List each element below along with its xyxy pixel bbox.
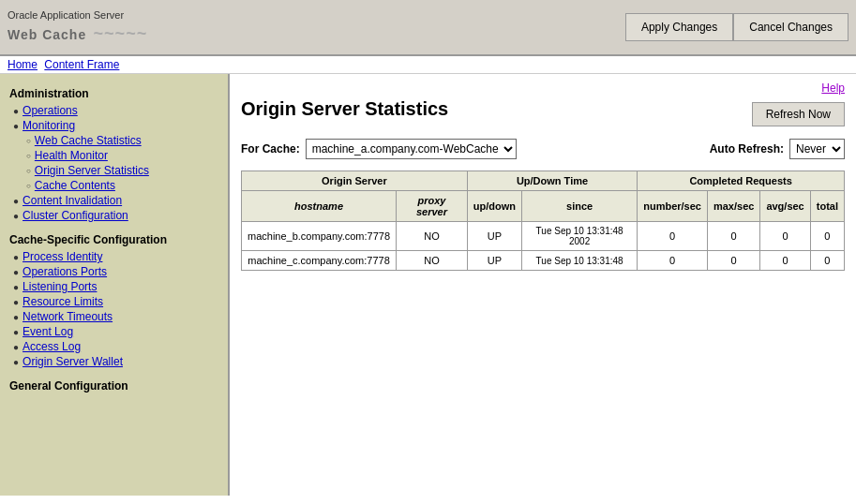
sub-avg-sec: avg/sec	[760, 191, 810, 222]
sidebar-item-listening-ports: ● Listening Ports	[13, 280, 224, 293]
cell-total: 0	[810, 222, 844, 251]
sidebar-item-operations-ports: ● Operations Ports	[13, 265, 224, 278]
page-title: Origin Server Statistics	[241, 98, 448, 120]
operations-link[interactable]: Operations	[23, 104, 78, 117]
admin-section-title: Administration	[9, 87, 224, 100]
refresh-now-button[interactable]: Refresh Now	[752, 102, 845, 126]
sidebar-item-cluster-config: ● Cluster Configuration	[13, 209, 224, 222]
bullet-icon: ●	[13, 252, 19, 262]
auto-refresh-select[interactable]: Never	[789, 139, 845, 159]
cell-since: Tue Sep 10 13:31:48 2002	[522, 222, 638, 251]
sub-total: total	[810, 191, 844, 222]
sidebar-item-access-log: ● Access Log	[13, 340, 224, 353]
process-identity-link[interactable]: Process Identity	[23, 250, 102, 263]
bullet-icon: ●	[13, 267, 19, 277]
cache-select[interactable]: machine_a.company.com-WebCache	[306, 139, 517, 159]
cache-config-section-title: Cache-Specific Configuration	[9, 233, 224, 246]
cell-total: 0	[810, 251, 844, 271]
auto-refresh-selector: Auto Refresh: Never	[710, 139, 845, 159]
for-cache-label: For Cache:	[241, 142, 300, 156]
header-buttons: Apply Changes Cancel Changes	[625, 4, 848, 51]
origin-server-statistics-link[interactable]: Origin Server Statistics	[35, 164, 149, 177]
sidebar-item-content-invalidation: ● Content Invalidation	[13, 194, 224, 207]
cluster-configuration-link[interactable]: Cluster Configuration	[23, 209, 128, 222]
bullet-icon: ●	[13, 106, 19, 116]
nav-bar: Home Content Frame	[0, 56, 856, 74]
origin-server-wallet-link[interactable]: Origin Server Wallet	[23, 355, 123, 368]
cell-avg: 0	[760, 222, 810, 251]
sidebar-item-resource-limits: ● Resource Limits	[13, 295, 224, 308]
sub-hostname: hostname	[242, 191, 397, 222]
header-decoration: ~~~~~	[93, 24, 147, 43]
cell-max: 0	[707, 222, 759, 251]
sidebar-item-cache-contents: ○ Cache Contents	[26, 179, 224, 192]
cell-number: 0	[638, 222, 708, 251]
col-completed-requests: Completed Requests	[638, 171, 845, 191]
content-area: Help Origin Server Statistics Refresh No…	[230, 74, 856, 496]
sidebar: Administration ● Operations ● Monitoring…	[0, 74, 230, 496]
cell-max: 0	[707, 251, 759, 271]
cell-updown: UP	[467, 222, 521, 251]
app-title-small: Oracle Application Server	[8, 9, 147, 21]
cell-avg: 0	[760, 251, 810, 271]
bullet-icon: ●	[13, 282, 19, 292]
apply-changes-button[interactable]: Apply Changes	[625, 13, 733, 41]
sidebar-item-operations: ● Operations	[13, 104, 224, 117]
circle-icon: ○	[26, 137, 31, 145]
resource-limits-link[interactable]: Resource Limits	[23, 295, 103, 308]
cancel-changes-button[interactable]: Cancel Changes	[733, 13, 848, 41]
bullet-icon: ●	[13, 312, 19, 322]
monitoring-link[interactable]: Monitoring	[23, 119, 75, 132]
content-inner: Help Origin Server Statistics Refresh No…	[230, 74, 856, 278]
sidebar-item-origin-stats: ○ Origin Server Statistics	[26, 164, 224, 177]
content-invalidation-link[interactable]: Content Invalidation	[23, 194, 122, 207]
auto-refresh-label: Auto Refresh:	[710, 142, 784, 156]
header: Oracle Application Server Web Cache ~~~~…	[0, 0, 856, 56]
sub-number-sec: number/sec	[638, 191, 708, 222]
circle-icon: ○	[26, 182, 31, 190]
cache-selector: For Cache: machine_a.company.com-WebCach…	[241, 139, 517, 159]
cell-hostname: machine_b.company.com:7778	[242, 222, 397, 251]
main-layout: Administration ● Operations ● Monitoring…	[0, 74, 856, 496]
cache-contents-link[interactable]: Cache Contents	[35, 179, 115, 192]
webcache-statistics-link[interactable]: Web Cache Statistics	[35, 134, 142, 147]
sidebar-item-health-monitor: ○ Health Monitor	[26, 149, 224, 162]
sidebar-item-origin-server-wallet: ● Origin Server Wallet	[13, 355, 224, 368]
sidebar-item-process-identity: ● Process Identity	[13, 250, 224, 263]
sidebar-item-event-log: ● Event Log	[13, 325, 224, 338]
access-log-link[interactable]: Access Log	[23, 340, 81, 353]
bullet-icon: ●	[13, 357, 19, 367]
health-monitor-link[interactable]: Health Monitor	[35, 149, 108, 162]
app-title-large: Web Cache ~~~~~	[8, 21, 147, 45]
sub-since: since	[522, 191, 638, 222]
sidebar-item-monitoring: ● Monitoring	[13, 119, 224, 132]
cell-since: Tue Sep 10 13:31:48	[522, 251, 638, 271]
bullet-icon: ●	[13, 211, 19, 221]
network-timeouts-link[interactable]: Network Timeouts	[23, 310, 113, 323]
event-log-link[interactable]: Event Log	[23, 325, 73, 338]
sidebar-item-webcache-stats: ○ Web Cache Statistics	[26, 134, 224, 147]
table-row: machine_b.company.com:7778 NO UP Tue Sep…	[242, 222, 845, 251]
toolbar-row: For Cache: machine_a.company.com-WebCach…	[241, 139, 845, 159]
circle-icon: ○	[26, 167, 31, 175]
bullet-icon: ●	[13, 297, 19, 307]
content-frame-link[interactable]: Content Frame	[44, 58, 119, 71]
home-link[interactable]: Home	[8, 58, 38, 71]
sidebar-item-network-timeouts: ● Network Timeouts	[13, 310, 224, 323]
table-row: machine_c.company.com:7778 NO UP Tue Sep…	[242, 251, 845, 271]
listening-ports-link[interactable]: Listening Ports	[23, 280, 97, 293]
general-config-section-title: General Configuration	[9, 379, 224, 393]
help-link[interactable]: Help	[241, 82, 845, 95]
bullet-icon: ●	[13, 196, 19, 206]
col-updown-time: Up/Down Time	[467, 171, 637, 191]
webcache-label: Web Cache	[8, 27, 86, 42]
stats-table-body: machine_b.company.com:7778 NO UP Tue Sep…	[242, 222, 845, 271]
cell-hostname: machine_c.company.com:7778	[242, 251, 397, 271]
sub-updown: up/down	[467, 191, 521, 222]
operations-ports-link[interactable]: Operations Ports	[23, 265, 107, 278]
cell-proxy: NO	[397, 222, 468, 251]
sub-proxy-server: proxy server	[397, 191, 468, 222]
cell-proxy: NO	[397, 251, 468, 271]
bullet-icon: ●	[13, 342, 19, 352]
header-left: Oracle Application Server Web Cache ~~~~…	[8, 4, 147, 51]
